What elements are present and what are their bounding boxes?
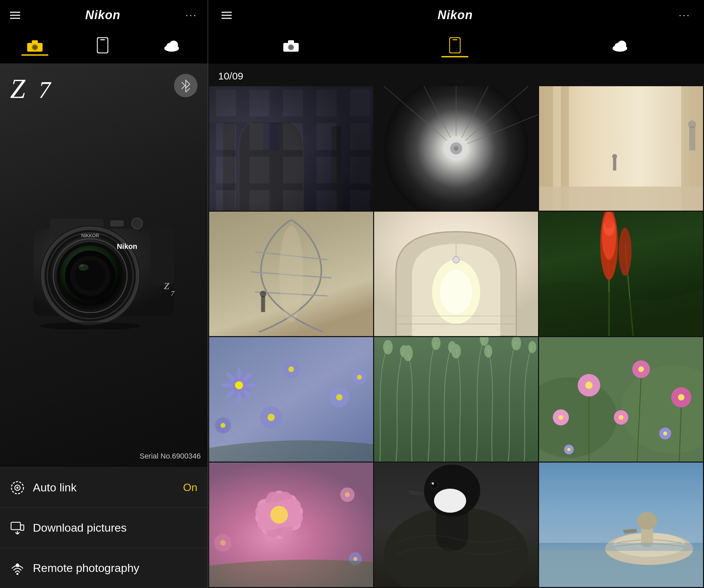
svg-point-170 (384, 507, 528, 587)
svg-point-161 (253, 499, 305, 531)
right-tab-cloud[interactable] (611, 39, 629, 55)
photo-11[interactable] (374, 463, 538, 587)
svg-point-68 (454, 146, 458, 151)
right-tab-phone[interactable] (449, 37, 461, 57)
svg-line-151 (637, 378, 641, 462)
svg-point-96 (600, 212, 618, 280)
svg-point-123 (383, 340, 393, 354)
svg-point-76 (612, 154, 617, 159)
left-tab-phone[interactable] (97, 37, 108, 57)
svg-point-102 (227, 373, 251, 397)
photo-4[interactable] (209, 212, 373, 336)
svg-point-147 (663, 431, 667, 435)
svg-point-138 (632, 360, 650, 378)
svg-point-114 (329, 387, 349, 408)
svg-rect-38 (20, 525, 24, 530)
svg-rect-73 (689, 86, 703, 211)
svg-point-32 (132, 218, 142, 229)
photo-9[interactable] (539, 337, 703, 462)
right-tab-bar (208, 30, 704, 64)
camera-hero: Z 7 (0, 64, 208, 467)
svg-point-67 (450, 143, 462, 155)
right-header: Nikon ··· (208, 0, 704, 30)
svg-rect-171 (436, 487, 468, 551)
svg-point-156 (253, 499, 305, 531)
camera-image: Nikon NIKKOR Z 7 (0, 64, 208, 467)
svg-point-24 (75, 261, 105, 291)
svg-rect-183 (539, 543, 703, 551)
svg-point-142 (671, 387, 691, 408)
photo-8[interactable] (374, 337, 538, 462)
svg-point-117 (221, 423, 225, 428)
svg-point-175 (431, 481, 437, 488)
svg-point-125 (403, 345, 413, 361)
auto-link-label: Auto link (33, 481, 183, 494)
left-panel: Nikon ··· (0, 0, 208, 588)
svg-point-87 (432, 260, 480, 324)
svg-rect-72 (681, 86, 689, 211)
photo-10[interactable] (209, 463, 373, 587)
svg-rect-153 (209, 463, 373, 587)
left-tab-camera[interactable] (27, 39, 43, 55)
svg-line-80 (255, 252, 327, 260)
svg-point-40 (16, 573, 18, 575)
right-more-button[interactable]: ··· (679, 10, 691, 20)
svg-point-182 (637, 512, 657, 530)
svg-point-109 (242, 371, 253, 382)
hamburger-menu-button[interactable] (10, 12, 20, 19)
left-app-title: Nikon (85, 8, 120, 22)
svg-rect-37 (11, 522, 20, 530)
svg-point-149 (567, 448, 571, 451)
svg-point-46 (289, 45, 293, 49)
svg-rect-169 (374, 463, 538, 587)
svg-point-157 (252, 492, 306, 537)
svg-line-82 (255, 292, 327, 296)
photo-7[interactable] (209, 337, 373, 462)
left-header: Nikon ··· (0, 0, 208, 30)
svg-point-172 (424, 465, 480, 517)
svg-point-110 (225, 388, 236, 399)
svg-point-136 (578, 374, 600, 396)
svg-point-124 (400, 345, 408, 357)
svg-point-104 (237, 368, 241, 379)
svg-point-120 (352, 370, 366, 384)
right-hamburger-menu-button[interactable] (222, 12, 232, 19)
svg-text:Nikon: Nikon (117, 242, 137, 251)
photo-3[interactable] (539, 86, 703, 211)
remote-photography-item[interactable]: Remote photography (0, 548, 208, 588)
svg-point-139 (638, 366, 644, 372)
svg-point-106 (221, 383, 233, 387)
photo-5[interactable] (374, 212, 538, 336)
svg-point-3 (33, 45, 37, 49)
photo-2[interactable] (374, 86, 538, 211)
download-pictures-item[interactable]: Download pictures (0, 507, 208, 548)
svg-rect-86 (374, 212, 538, 336)
svg-rect-77 (689, 126, 695, 151)
auto-link-value: On (183, 481, 197, 494)
svg-point-176 (431, 482, 434, 485)
svg-rect-48 (453, 39, 457, 40)
svg-line-64 (456, 86, 528, 149)
left-tab-cloud[interactable] (163, 39, 180, 55)
right-tab-camera[interactable] (283, 39, 299, 55)
left-more-button[interactable]: ··· (185, 10, 197, 20)
date-label: 10/09 (208, 64, 704, 85)
auto-link-item[interactable]: Auto link On (0, 467, 208, 507)
svg-point-174 (429, 480, 439, 489)
svg-rect-70 (539, 86, 553, 211)
svg-point-105 (237, 392, 241, 403)
svg-text:NIKKOR: NIKKOR (81, 233, 100, 238)
photo-grid (208, 85, 704, 588)
bluetooth-button[interactable] (174, 74, 197, 97)
svg-rect-74 (539, 186, 703, 211)
svg-point-112 (282, 360, 300, 378)
photo-6[interactable] (539, 212, 703, 336)
svg-rect-133 (539, 337, 703, 462)
photo-12[interactable] (539, 463, 703, 587)
svg-rect-177 (539, 463, 703, 587)
svg-point-163 (340, 487, 354, 502)
svg-point-115 (336, 394, 342, 400)
svg-point-146 (659, 427, 671, 439)
photo-1[interactable] (209, 86, 373, 211)
svg-point-159 (259, 488, 299, 542)
